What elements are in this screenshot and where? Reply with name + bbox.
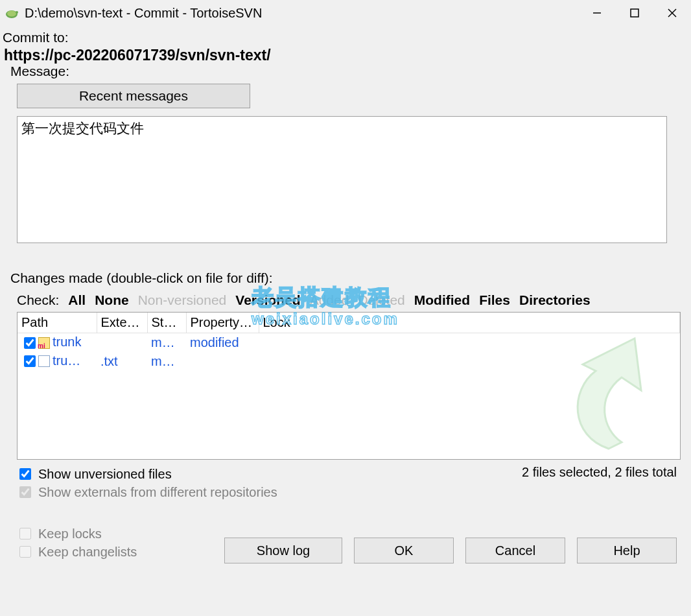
commit-url: https://pc-202206071739/svn/svn-text/	[3, 47, 687, 64]
titlebar: D:\demo\svn-text - Commit - TortoiseSVN	[0, 0, 691, 26]
show-externals-checkbox	[19, 486, 31, 498]
svg-point-1	[7, 11, 16, 17]
file-list: Path Exte… St… Property… Lock mitrunk m……	[17, 312, 681, 460]
show-unversioned-label: Show unversioned files	[38, 467, 172, 482]
ok-button[interactable]: OK	[354, 538, 454, 563]
commit-message-input[interactable]	[17, 116, 667, 243]
folder-icon: mi	[38, 337, 50, 349]
message-group: Message: Recent messages	[3, 73, 683, 250]
check-label: Check:	[17, 292, 59, 308]
filter-deleted: Deleted	[358, 292, 404, 308]
cell-prop: modified	[186, 333, 259, 352]
filter-none[interactable]: None	[95, 292, 129, 308]
cell-ext: .txt	[97, 352, 147, 371]
show-unversioned-checkbox[interactable]	[19, 468, 31, 480]
col-status[interactable]: St…	[147, 313, 186, 333]
changes-label: Changes made (double-click on file for d…	[10, 270, 687, 286]
check-filter-row: Check: All None Non-versioned Versioned …	[3, 292, 687, 312]
keep-changelists-label: Keep changelists	[38, 545, 137, 560]
summary-row: Show unversioned files Show externals fr…	[3, 460, 687, 501]
selection-summary: 2 files selected, 2 files total	[522, 465, 677, 501]
recent-messages-button[interactable]: Recent messages	[17, 84, 250, 108]
show-log-button[interactable]: Show log	[224, 538, 342, 563]
maximize-button[interactable]	[616, 0, 653, 26]
filter-modified[interactable]: Modified	[414, 292, 470, 308]
commit-arrow-icon	[544, 326, 673, 458]
close-button[interactable]	[653, 0, 691, 26]
filter-files[interactable]: Files	[479, 292, 510, 308]
filter-all[interactable]: All	[68, 292, 86, 308]
minimize-button[interactable]	[578, 0, 616, 26]
cell-ext	[97, 333, 147, 352]
svg-rect-4	[631, 9, 638, 17]
show-externals-label: Show externals from different repositori…	[38, 485, 277, 500]
help-button[interactable]: Help	[577, 538, 677, 563]
svg-point-2	[16, 11, 18, 14]
message-legend: Message:	[10, 64, 69, 79]
row-checkbox[interactable]	[24, 355, 36, 367]
file-icon	[38, 355, 50, 367]
filter-directories[interactable]: Directories	[519, 292, 591, 308]
keep-changelists-checkbox	[19, 546, 31, 558]
commit-to-label: Commit to:	[3, 30, 687, 45]
cell-status: m…	[147, 333, 186, 352]
col-path[interactable]: Path	[18, 313, 97, 333]
cell-status: m…	[147, 352, 186, 371]
window-title: D:\demo\svn-text - Commit - TortoiseSVN	[25, 6, 578, 21]
tortoise-icon	[4, 5, 19, 21]
col-ext[interactable]: Exte…	[97, 313, 147, 333]
keep-locks-checkbox	[19, 528, 31, 539]
file-path[interactable]: trunk	[53, 335, 81, 349]
row-checkbox[interactable]	[24, 337, 36, 349]
col-property[interactable]: Property…	[186, 313, 259, 333]
keep-locks-label: Keep locks	[38, 527, 102, 541]
cell-prop	[186, 352, 259, 371]
filter-versioned[interactable]: Versioned	[235, 292, 300, 308]
filter-nonversioned: Non-versioned	[138, 292, 227, 308]
file-path[interactable]: tru…	[53, 353, 80, 368]
filter-added: Added	[310, 292, 349, 308]
cancel-button[interactable]: Cancel	[465, 538, 565, 563]
